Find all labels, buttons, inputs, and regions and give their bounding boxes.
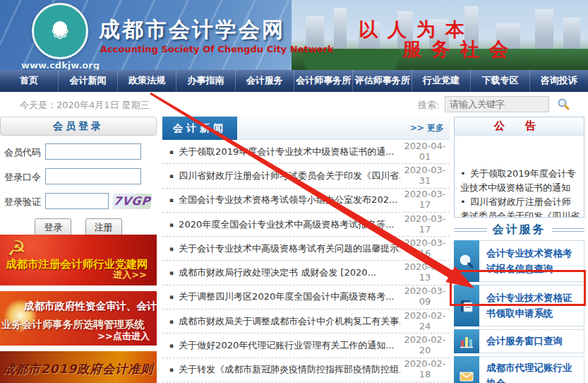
member-login-panel: 会员登录 会员代码 登录口令 登录验证 7VGP 登录 注册 <box>0 117 157 233</box>
bullet-icon: ▪ <box>169 366 174 373</box>
news-list-item[interactable]: ▪关于调整四川考区2020年度全国会计中高级资格考...2020-03-09 <box>162 285 450 310</box>
search-input[interactable] <box>445 96 549 112</box>
announcement-panel: 公 告 •关于领取2019年度会计专业技术中级资格证书的通知 •四川省财政厅注册… <box>454 117 584 218</box>
bullet-icon: ▪ <box>169 269 174 276</box>
nav-item-home[interactable]: 首页 <box>0 70 58 91</box>
nav-item-consult[interactable]: 咨询投诉 <box>529 70 588 91</box>
building-shape <box>563 18 580 50</box>
news-list-item[interactable]: ▪关于会计专业技术中高级资格考试有关问题的温馨提示...2020-03-16 <box>162 237 450 261</box>
member-code-label: 会员代码 <box>4 146 41 159</box>
news-list: ▪关于领取2019年度会计专业技术中级资格证书的通...2020-04-01 ▪… <box>162 140 450 382</box>
bullet-icon: ▪ <box>169 172 174 179</box>
bullet-icon: ▪ <box>169 293 174 300</box>
news-list-item[interactable]: ▪关于转发《成都市新冠肺炎疫情防控指挥部疫情防控组...2020-02-18 <box>162 358 450 382</box>
bullet-icon: ▪ <box>169 318 174 325</box>
chart-icon <box>454 329 479 353</box>
news-list-item[interactable]: ▪四川省财政厅注册会计师考试委员会关于印发《四川省...2020-03-31 <box>162 164 450 188</box>
nav-item-guide[interactable]: 办事指南 <box>176 70 234 91</box>
password-input[interactable] <box>45 168 141 184</box>
slogan-line-2: 服务社会 <box>402 37 518 62</box>
search-icon[interactable] <box>556 98 570 112</box>
main-nav: 首页 会计新闻 政策法规 办事指南 会计服务 会计师事务所 评估师事务所 行业党… <box>0 70 588 92</box>
toolbar: 今天是：2020年4月1日 星期三 搜索: <box>0 92 588 117</box>
service-exam-registration-query[interactable]: 会计专业技术资格考试报名信息查询 <box>454 240 584 282</box>
logo-emblem-icon: ❁ <box>32 3 88 59</box>
news-list-item[interactable]: ▪成都市财政局行政处理决定书 成财会发 [2020...2020-03-13 <box>162 261 450 285</box>
news-panel: 会计新闻 >> 更多 ▪关于领取2019年度会计专业技术中级资格证书的通...2… <box>162 117 450 383</box>
page: ❁ www.cdkjw.org 成都市会计学会网 Accounting Soci… <box>0 0 588 383</box>
certificate-icon <box>454 285 479 326</box>
site-url: www.cdkjw.org <box>21 60 99 70</box>
site-subtitle: Accounting Society Of Chengdu City Netwo… <box>100 44 334 54</box>
site-header: ❁ www.cdkjw.org 成都市会计学会网 Accounting Soci… <box>0 0 588 70</box>
building-shape <box>535 9 553 50</box>
nav-item-accounting-firms[interactable]: 会计师事务所 <box>294 70 352 91</box>
captcha-label: 登录验证 <box>4 196 41 208</box>
captcha-image[interactable]: 7VGP <box>112 194 152 209</box>
nav-item-appraisal-firms[interactable]: 评估师事务所 <box>352 70 411 91</box>
news-list-item[interactable]: ▪成都市财政局关于调整成都市会计中介机构复工有关事...2020-02-24 <box>162 310 450 334</box>
audit-system-banner[interactable]: 成都市政府性资金审计、会计 业务会计师事务所选聘管理系统 >>点击进入 <box>0 291 157 346</box>
nav-item-downloads[interactable]: 下载专区 <box>470 70 529 91</box>
nav-item-news[interactable]: 会计新闻 <box>58 70 116 91</box>
news-list-item[interactable]: ▪全国会计专业技术资格考试领导小组办公室发布202...2020-03-17 <box>162 189 450 213</box>
news-list-item[interactable]: ▪关于做好2020年代理记账行业管理有关工作的通知...2020-02-20 <box>162 334 450 358</box>
service-window-query[interactable]: 会计服务窗口查询 <box>454 329 584 353</box>
gov-accounting-standard-banner[interactable]: 成都市2019政府会计准则 <box>0 351 157 383</box>
news-list-item[interactable]: ▪关于领取2019年度会计专业技术中级资格证书的通...2020-04-01 <box>162 140 450 164</box>
bullet-icon: ▪ <box>169 221 174 228</box>
building-shape <box>334 8 347 50</box>
bullet-icon: • <box>460 168 466 179</box>
decorative-line <box>454 228 487 232</box>
search-icon <box>454 240 479 282</box>
site-logo[interactable]: ❁ www.cdkjw.org <box>21 3 99 70</box>
logo-swirl-glyph: ❁ <box>51 19 68 44</box>
member-code-input[interactable] <box>45 143 141 160</box>
announcement-item[interactable]: •关于领取2019年度会计专业技术中级资格证书的通知 <box>460 167 580 195</box>
site-title: 成都市会计学会网 <box>99 16 285 45</box>
announcement-item[interactable]: •四川省财政厅注册会计师考试委员会关于印发《四川省2020年注册... <box>460 195 580 218</box>
audit-banner-enter-link[interactable]: >>点击进入 <box>97 330 150 343</box>
news-panel-header: 会计新闻 >> 更多 <box>162 117 450 140</box>
standard-banner-title: 成都市2019政府会计准则 <box>3 361 153 377</box>
services-section-title: 会计服务 <box>454 220 584 239</box>
bullet-icon: ▪ <box>169 196 174 204</box>
search-label: 搜索: <box>418 99 439 112</box>
nav-item-services[interactable]: 会计服务 <box>235 70 294 91</box>
bullet-icon: • <box>460 196 466 207</box>
captcha-input[interactable] <box>45 193 109 209</box>
service-certificate-application-system[interactable]: 会计专业技术资格证书领取申请系统 <box>454 285 584 326</box>
party-banner-enter-link[interactable]: 进入>> <box>113 269 147 281</box>
announcement-list: •关于领取2019年度会计专业技术中级资格证书的通知 •四川省财政厅注册会计师考… <box>455 136 584 218</box>
announcement-title: 公 告 <box>455 117 584 136</box>
bullet-icon: ▪ <box>169 245 174 252</box>
tab-accounting-news[interactable]: 会计新闻 <box>162 117 237 140</box>
service-bookkeeping-association[interactable]: 成都市代理记账行业协会 <box>454 356 584 383</box>
envelope-icon <box>454 356 479 383</box>
password-label: 登录口令 <box>4 171 41 184</box>
nav-item-party-building[interactable]: 行业党建 <box>412 70 470 91</box>
bullet-icon: ▪ <box>169 148 174 155</box>
today-date-text: 今天是：2020年4月1日 星期三 <box>20 99 150 112</box>
nav-item-policy[interactable]: 政策法规 <box>117 70 176 91</box>
login-panel-title: 会员登录 <box>0 117 157 136</box>
decorative-line <box>552 228 585 232</box>
news-list-item[interactable]: ▪2020年度全国会计专业技术中高级资格考试报名等...2020-03-17 <box>162 213 450 237</box>
services-list: 会计专业技术资格考试报名信息查询 会计专业技术资格证书领取申请系统 会计服务窗口… <box>454 240 584 383</box>
audit-banner-line1: 成都市政府性资金审计、会计 <box>24 300 157 313</box>
party-building-banner[interactable]: ☭ 成都市注册会计师行业党建网 进入>> <box>0 235 157 285</box>
bullet-icon: ▪ <box>169 342 174 349</box>
news-more-link[interactable]: >> 更多 <box>410 122 444 134</box>
